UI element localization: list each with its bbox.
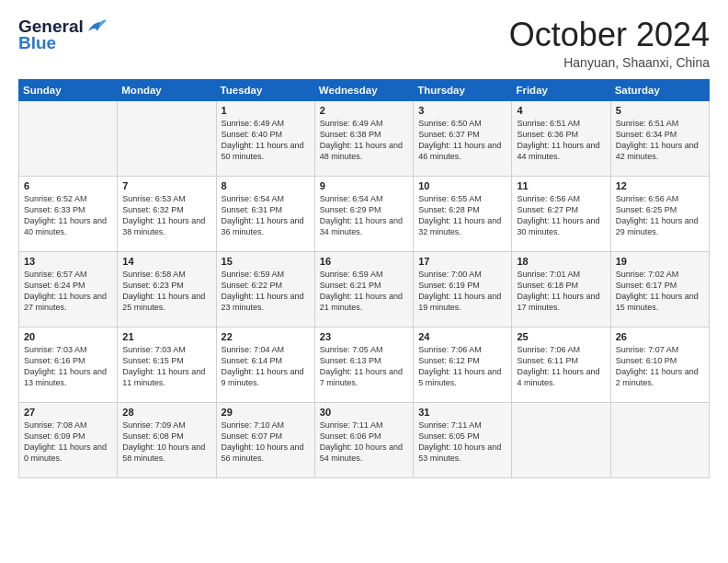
calendar-cell: 27Sunrise: 7:08 AMSunset: 6:09 PMDayligh… <box>19 402 118 477</box>
cell-content: Sunrise: 6:59 AMSunset: 6:22 PMDaylight:… <box>222 269 310 314</box>
cell-content: Sunrise: 6:55 AMSunset: 6:28 PMDaylight:… <box>418 193 506 238</box>
calendar-cell: 19Sunrise: 7:02 AMSunset: 6:17 PMDayligh… <box>610 251 709 327</box>
logo: General Blue <box>18 17 107 53</box>
calendar-cell: 6Sunrise: 6:52 AMSunset: 6:33 PMDaylight… <box>19 176 118 251</box>
day-number: 3 <box>418 105 506 116</box>
cell-content: Sunrise: 6:56 AMSunset: 6:25 PMDaylight:… <box>616 193 704 238</box>
month-title-area: October 2024 Hanyuan, Shaanxi, China <box>509 17 710 70</box>
day-number: 30 <box>320 407 408 418</box>
day-number: 7 <box>122 180 210 191</box>
day-number: 27 <box>24 407 112 418</box>
cell-content: Sunrise: 7:05 AMSunset: 6:13 PMDaylight:… <box>320 344 408 389</box>
page: General Blue October 2024 Hanyuan, Shaan… <box>0 0 728 563</box>
calendar-cell: 23Sunrise: 7:05 AMSunset: 6:13 PMDayligh… <box>314 327 413 402</box>
cell-content: Sunrise: 6:54 AMSunset: 6:29 PMDaylight:… <box>320 193 408 238</box>
calendar-cell: 18Sunrise: 7:01 AMSunset: 6:18 PMDayligh… <box>512 251 610 327</box>
weekday-header-friday: Friday <box>512 79 610 100</box>
day-number: 9 <box>320 180 408 191</box>
day-number: 24 <box>418 331 506 342</box>
logo-blue: Blue <box>18 33 56 53</box>
calendar-cell: 16Sunrise: 6:59 AMSunset: 6:21 PMDayligh… <box>314 251 413 327</box>
day-number: 8 <box>222 180 310 191</box>
calendar-cell: 13Sunrise: 6:57 AMSunset: 6:24 PMDayligh… <box>19 251 118 327</box>
day-number: 5 <box>616 105 704 116</box>
day-number: 15 <box>222 256 310 267</box>
calendar-table: SundayMondayTuesdayWednesdayThursdayFrid… <box>18 79 710 478</box>
day-number: 11 <box>517 180 605 191</box>
calendar-cell: 26Sunrise: 7:07 AMSunset: 6:10 PMDayligh… <box>610 327 709 402</box>
calendar-cell: 22Sunrise: 7:04 AMSunset: 6:14 PMDayligh… <box>216 327 314 402</box>
weekday-header-row: SundayMondayTuesdayWednesdayThursdayFrid… <box>19 79 710 100</box>
week-row-1: 1Sunrise: 6:49 AMSunset: 6:40 PMDaylight… <box>19 100 710 176</box>
calendar-cell: 14Sunrise: 6:58 AMSunset: 6:23 PMDayligh… <box>118 251 216 327</box>
cell-content: Sunrise: 6:49 AMSunset: 6:40 PMDaylight:… <box>222 118 310 163</box>
cell-content: Sunrise: 7:03 AMSunset: 6:15 PMDaylight:… <box>122 344 210 389</box>
cell-content: Sunrise: 7:06 AMSunset: 6:11 PMDaylight:… <box>517 344 605 389</box>
day-number: 6 <box>24 180 112 191</box>
weekday-header-wednesday: Wednesday <box>314 79 413 100</box>
cell-content: Sunrise: 6:49 AMSunset: 6:38 PMDaylight:… <box>320 118 408 163</box>
weekday-header-saturday: Saturday <box>610 79 709 100</box>
cell-content: Sunrise: 7:11 AMSunset: 6:05 PMDaylight:… <box>418 419 506 465</box>
week-row-5: 27Sunrise: 7:08 AMSunset: 6:09 PMDayligh… <box>19 402 710 477</box>
cell-content: Sunrise: 6:51 AMSunset: 6:36 PMDaylight:… <box>517 118 605 163</box>
cell-content: Sunrise: 7:04 AMSunset: 6:14 PMDaylight:… <box>222 344 310 389</box>
calendar-cell <box>19 100 118 176</box>
logo-bird-icon <box>86 18 107 35</box>
calendar-cell: 2Sunrise: 6:49 AMSunset: 6:38 PMDaylight… <box>314 100 413 176</box>
calendar-cell: 5Sunrise: 6:51 AMSunset: 6:34 PMDaylight… <box>610 100 709 176</box>
day-number: 22 <box>222 331 310 342</box>
calendar-cell: 9Sunrise: 6:54 AMSunset: 6:29 PMDaylight… <box>314 176 413 251</box>
calendar-cell <box>118 100 216 176</box>
cell-content: Sunrise: 6:52 AMSunset: 6:33 PMDaylight:… <box>24 193 112 238</box>
cell-content: Sunrise: 7:08 AMSunset: 6:09 PMDaylight:… <box>24 419 112 465</box>
day-number: 14 <box>122 256 210 267</box>
day-number: 17 <box>418 256 506 267</box>
cell-content: Sunrise: 7:07 AMSunset: 6:10 PMDaylight:… <box>616 344 704 389</box>
calendar-cell: 10Sunrise: 6:55 AMSunset: 6:28 PMDayligh… <box>414 176 512 251</box>
day-number: 26 <box>616 331 704 342</box>
cell-content: Sunrise: 7:03 AMSunset: 6:16 PMDaylight:… <box>24 344 112 389</box>
cell-content: Sunrise: 7:00 AMSunset: 6:19 PMDaylight:… <box>418 269 506 314</box>
header: General Blue October 2024 Hanyuan, Shaan… <box>18 17 710 70</box>
weekday-header-sunday: Sunday <box>19 79 118 100</box>
calendar-cell: 11Sunrise: 6:56 AMSunset: 6:27 PMDayligh… <box>512 176 610 251</box>
calendar-cell: 7Sunrise: 6:53 AMSunset: 6:32 PMDaylight… <box>118 176 216 251</box>
location: Hanyuan, Shaanxi, China <box>509 55 710 70</box>
day-number: 25 <box>517 331 605 342</box>
week-row-3: 13Sunrise: 6:57 AMSunset: 6:24 PMDayligh… <box>19 251 710 327</box>
weekday-header-thursday: Thursday <box>414 79 512 100</box>
month-title: October 2024 <box>509 17 710 53</box>
cell-content: Sunrise: 6:51 AMSunset: 6:34 PMDaylight:… <box>616 118 704 163</box>
day-number: 23 <box>320 331 408 342</box>
cell-content: Sunrise: 7:02 AMSunset: 6:17 PMDaylight:… <box>616 269 704 314</box>
weekday-header-tuesday: Tuesday <box>216 79 314 100</box>
week-row-4: 20Sunrise: 7:03 AMSunset: 6:16 PMDayligh… <box>19 327 710 402</box>
cell-content: Sunrise: 6:57 AMSunset: 6:24 PMDaylight:… <box>24 269 112 314</box>
calendar-cell <box>610 402 709 477</box>
calendar-cell: 31Sunrise: 7:11 AMSunset: 6:05 PMDayligh… <box>414 402 512 477</box>
calendar-cell: 4Sunrise: 6:51 AMSunset: 6:36 PMDaylight… <box>512 100 610 176</box>
cell-content: Sunrise: 7:01 AMSunset: 6:18 PMDaylight:… <box>517 269 605 314</box>
day-number: 21 <box>122 331 210 342</box>
cell-content: Sunrise: 7:09 AMSunset: 6:08 PMDaylight:… <box>122 419 210 465</box>
day-number: 10 <box>418 180 506 191</box>
calendar-cell: 24Sunrise: 7:06 AMSunset: 6:12 PMDayligh… <box>414 327 512 402</box>
day-number: 28 <box>122 407 210 418</box>
day-number: 16 <box>320 256 408 267</box>
day-number: 18 <box>517 256 605 267</box>
calendar-cell: 15Sunrise: 6:59 AMSunset: 6:22 PMDayligh… <box>216 251 314 327</box>
calendar-cell: 30Sunrise: 7:11 AMSunset: 6:06 PMDayligh… <box>314 402 413 477</box>
calendar-cell: 29Sunrise: 7:10 AMSunset: 6:07 PMDayligh… <box>216 402 314 477</box>
weekday-header-monday: Monday <box>118 79 216 100</box>
calendar-cell: 8Sunrise: 6:54 AMSunset: 6:31 PMDaylight… <box>216 176 314 251</box>
calendar-cell: 21Sunrise: 7:03 AMSunset: 6:15 PMDayligh… <box>118 327 216 402</box>
cell-content: Sunrise: 6:58 AMSunset: 6:23 PMDaylight:… <box>122 269 210 314</box>
cell-content: Sunrise: 6:53 AMSunset: 6:32 PMDaylight:… <box>122 193 210 238</box>
day-number: 1 <box>222 105 310 116</box>
day-number: 4 <box>517 105 605 116</box>
cell-content: Sunrise: 6:54 AMSunset: 6:31 PMDaylight:… <box>222 193 310 238</box>
day-number: 29 <box>222 407 310 418</box>
calendar-cell: 25Sunrise: 7:06 AMSunset: 6:11 PMDayligh… <box>512 327 610 402</box>
calendar-cell <box>512 402 610 477</box>
